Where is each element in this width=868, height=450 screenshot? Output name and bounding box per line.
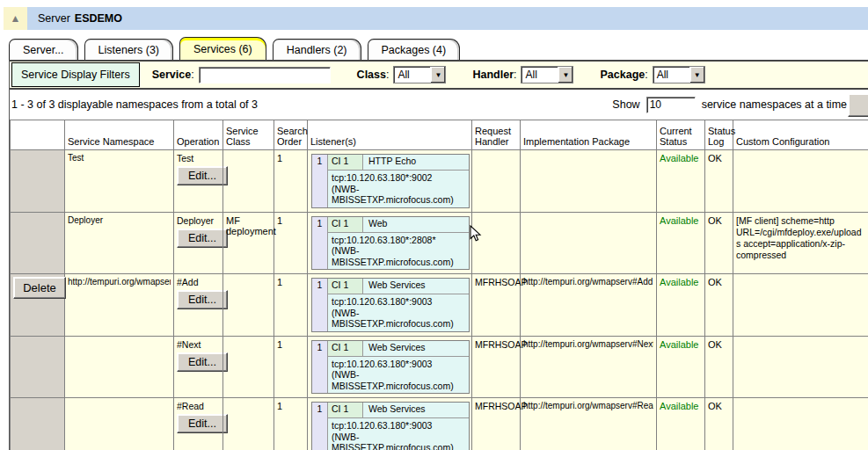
column-header: Service Namespace <box>65 120 174 150</box>
tab-services[interactable]: Services (6) <box>179 37 266 61</box>
handler-filter-label: Handler: <box>472 69 516 81</box>
partial-button-right[interactable] <box>848 93 868 117</box>
implementation-package: http://tempuri.org/wmapserv#Next <box>523 339 653 349</box>
column-header <box>11 120 65 150</box>
edit-button[interactable]: Edit... <box>177 352 228 372</box>
search-order: 1 <box>274 150 308 213</box>
service-filter-label: Service: <box>152 69 194 81</box>
show-count-input[interactable] <box>646 97 696 113</box>
request-handler <box>472 150 521 213</box>
service-row: Deployer Deployer Edit... MF deployment … <box>11 212 868 274</box>
results-summary: 1 - 3 of 3 displayable namespaces from a… <box>11 98 258 111</box>
service-row: #Read Edit... 1 1 CI 1 Web Services tcp:… <box>11 398 868 450</box>
service-namespace: http://tempuri.org/wmapserv <box>68 277 171 287</box>
listener-box: 1 CI 1 Web Services tcp:10.120.63.180*:9… <box>311 278 470 332</box>
status-log: OK <box>705 274 733 337</box>
search-order: 1 <box>274 398 308 450</box>
service-namespace: Deployer <box>68 215 171 225</box>
custom-configuration: [MF client] scheme=http URL=/cgi/mfdeplo… <box>736 215 865 261</box>
listener-address: tcp:10.120.63.180*:9002 <box>332 172 469 184</box>
operation-name: #Read <box>177 401 220 411</box>
handler-select[interactable]: All ▼ <box>521 66 573 83</box>
status-log: OK <box>705 212 733 274</box>
listener-address: tcp:10.120.63.180*:9003 <box>332 420 469 432</box>
listener-host: (NWB-MBISSETXP.microfocus.com) <box>332 245 469 267</box>
column-header: Operation <box>174 120 223 150</box>
status-log: OK <box>705 336 733 398</box>
implementation-package: http://tempuri.org/wmapserv#Add <box>523 277 653 287</box>
server-title: Server ESDEMO <box>27 7 868 30</box>
status-log: OK <box>705 398 733 450</box>
listener-host: (NWB-MBISSETXP.microfocus.com) <box>332 184 469 206</box>
current-status: Available <box>657 398 705 450</box>
request-handler: MFRHSOAP <box>472 398 521 450</box>
operation-name: #Add <box>177 277 220 287</box>
listener-conversation: CI 1 <box>327 341 362 356</box>
service-class <box>223 398 274 450</box>
listener-address: tcp:10.120.63.180*:9003 <box>332 359 469 370</box>
search-order: 1 <box>274 274 308 337</box>
service-namespace: Test <box>68 153 171 163</box>
listener-conversation: CI 1 <box>327 279 362 294</box>
services-table: Service Namespace Operation Service Clas… <box>10 120 868 450</box>
tab-handlers[interactable]: Handlers (2) <box>273 39 361 61</box>
server-title-label: Server <box>38 12 70 25</box>
column-header: Request Handler <box>472 120 521 150</box>
server-title-bar: ▲ Server ESDEMO <box>4 7 868 30</box>
collapse-button[interactable]: ▲ <box>4 7 27 30</box>
listener-host: (NWB-MBISSETXP.microfocus.com) <box>332 432 469 450</box>
service-class: MF deployment <box>223 212 274 274</box>
service-row: Test Test Edit... 1 1 CI 1 HTTP Echo tcp… <box>11 150 868 213</box>
edit-button[interactable]: Edit... <box>177 229 228 248</box>
show-suffix: service namespaces at a time <box>702 98 847 111</box>
tab-server[interactable]: Server... <box>9 39 78 61</box>
column-header: Service Class <box>223 120 274 150</box>
column-header: Custom Configuration <box>733 120 868 150</box>
package-select[interactable]: All ▼ <box>653 66 705 83</box>
package-filter-label: Package: <box>600 69 647 81</box>
chevron-down-icon[interactable]: ▼ <box>430 67 445 83</box>
edit-button[interactable]: Edit... <box>177 290 228 309</box>
column-header: Current Status <box>657 120 705 150</box>
service-class <box>223 150 274 213</box>
listener-conversation: CI 1 <box>327 155 362 170</box>
service-row: Delete http://tempuri.org/wmapserv #Add … <box>11 274 868 337</box>
filter-bar: Service Display Filters Service: Class: … <box>10 62 868 90</box>
service-class <box>223 274 274 337</box>
current-status: Available <box>657 212 705 274</box>
listener-box: 1 CI 1 Web Services tcp:10.120.63.180*:9… <box>311 340 470 395</box>
server-name: ESDEMO <box>75 12 122 25</box>
chevron-down-icon[interactable]: ▼ <box>558 67 573 83</box>
table-header-row: Service Namespace Operation Service Clas… <box>11 120 868 150</box>
listener-number: 1 <box>312 155 327 207</box>
service-filter-input[interactable] <box>199 67 331 83</box>
class-select[interactable]: All ▼ <box>393 66 446 83</box>
column-header: Listener(s) <box>308 120 472 150</box>
listener-type: Web <box>362 217 469 232</box>
request-handler: MFRHSOAP <box>472 274 521 337</box>
listener-conversation: CI 1 <box>327 403 362 417</box>
edit-button[interactable]: Edit... <box>177 414 228 433</box>
listener-number: 1 <box>312 341 327 394</box>
listener-host: (NWB-MBISSETXP.microfocus.com) <box>332 308 469 330</box>
tab-bar: Server... Listeners (3) Services (6) Han… <box>9 37 460 61</box>
listener-number: 1 <box>312 279 327 331</box>
column-header: Status Log <box>705 120 733 150</box>
current-status: Available <box>657 274 705 337</box>
tab-packages[interactable]: Packages (4) <box>368 39 461 61</box>
request-handler: MFRHSOAP <box>472 336 521 398</box>
search-order: 1 <box>274 336 308 398</box>
listener-box: 1 CI 1 Web Services tcp:10.120.63.180*:9… <box>311 402 470 450</box>
results-bar: 1 - 3 of 3 displayable namespaces from a… <box>10 90 868 120</box>
filter-title: Service Display Filters <box>11 62 140 87</box>
listener-host: (NWB-MBISSETXP.microfocus.com) <box>332 369 469 391</box>
current-status: Available <box>657 150 705 213</box>
implementation-package: http://tempuri.org/wmapserv#Read <box>523 401 653 410</box>
chevron-down-icon[interactable]: ▼ <box>689 67 704 83</box>
tab-listeners[interactable]: Listeners (3) <box>84 39 173 61</box>
service-class <box>223 336 274 398</box>
column-header: Search Order <box>274 120 308 150</box>
service-row: #Next Edit... 1 1 CI 1 Web Services tcp:… <box>11 336 868 398</box>
edit-button[interactable]: Edit... <box>177 166 228 185</box>
delete-button[interactable]: Delete <box>13 277 66 299</box>
